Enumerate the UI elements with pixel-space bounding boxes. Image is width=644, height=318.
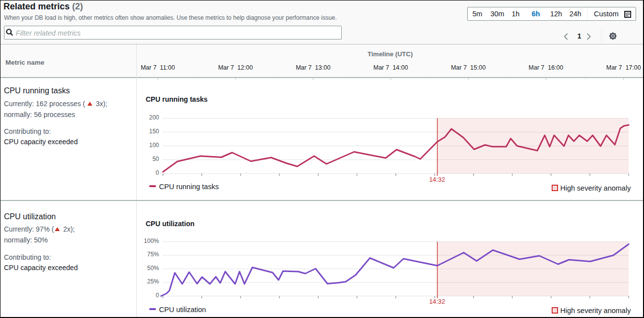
svg-text:0: 0: [156, 292, 159, 299]
svg-text:0: 0: [156, 169, 159, 176]
svg-text:200: 200: [149, 114, 159, 121]
svg-text:14:32: 14:32: [429, 298, 445, 305]
svg-text:150: 150: [149, 128, 159, 135]
svg-text:25%: 25%: [147, 278, 159, 285]
svg-text:100%: 100%: [144, 238, 159, 244]
svg-text:75%: 75%: [147, 251, 159, 258]
svg-text:50%: 50%: [147, 265, 159, 272]
svg-text:14:32: 14:32: [429, 176, 445, 183]
svg-text:100: 100: [149, 142, 159, 149]
svg-text:50: 50: [153, 156, 160, 162]
